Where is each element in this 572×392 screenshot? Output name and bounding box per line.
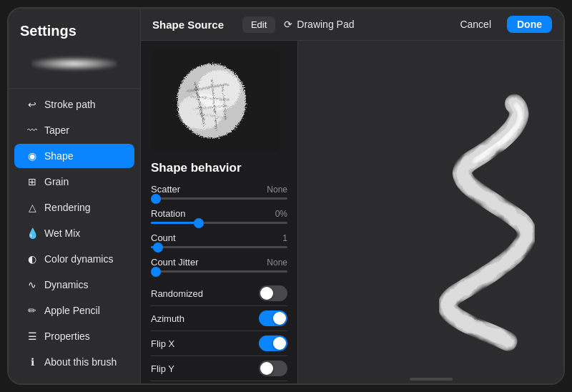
scatter-slider[interactable] xyxy=(151,197,287,200)
count-slider[interactable] xyxy=(151,246,287,248)
shape-texture xyxy=(165,58,265,144)
sidebar-title: Settings xyxy=(9,17,140,48)
azimuth-knob xyxy=(273,312,286,325)
section-title: Shape Source xyxy=(152,19,234,31)
scatter-header: Scatter None xyxy=(151,184,287,195)
count-thumb[interactable] xyxy=(153,242,163,253)
main-content: Shape Source Edit ⟳ Drawing Pad Cancel D… xyxy=(141,9,563,383)
flip-x-label: Flip X xyxy=(151,338,174,349)
edit-button[interactable]: Edit xyxy=(242,16,275,33)
sidebar-item-label: Rendering xyxy=(44,202,91,213)
brush-preview-stroke xyxy=(31,51,117,77)
scatter-thumb[interactable] xyxy=(151,194,161,204)
rotation-header: Rotation 0% xyxy=(151,208,287,219)
azimuth-toggle-row: Azimuth xyxy=(151,306,287,331)
count-jitter-label: Count Jitter xyxy=(151,257,198,268)
randomized-toggle[interactable] xyxy=(259,285,287,301)
sidebar-item-about[interactable]: ℹ About this brush xyxy=(14,350,134,374)
randomized-toggle-row: Randomized xyxy=(151,281,287,306)
properties-icon: ☰ xyxy=(26,330,39,343)
rotation-label: Rotation xyxy=(151,208,185,219)
rotation-fill xyxy=(151,222,199,224)
scatter-control: Scatter None xyxy=(151,184,287,200)
shape-icon: ◉ xyxy=(26,150,39,162)
taper-icon: 〰 xyxy=(26,124,39,137)
flip-y-toggle-row: Flip Y xyxy=(151,356,287,381)
count-jitter-slider[interactable] xyxy=(151,270,287,273)
rotation-slider[interactable] xyxy=(151,222,287,224)
count-jitter-value: None xyxy=(267,258,287,268)
count-control: Count 1 xyxy=(151,232,287,248)
sidebar-item-wet-mix[interactable]: 💧 Wet Mix xyxy=(14,221,134,245)
sidebar-item-label: Taper xyxy=(44,124,69,136)
azimuth-toggle[interactable] xyxy=(259,310,287,326)
sidebar-item-grain[interactable]: ⊞ Grain xyxy=(14,170,134,194)
drawing-pad-text: Drawing Pad xyxy=(297,19,354,30)
sidebar-item-taper[interactable]: 〰 Taper xyxy=(14,118,134,142)
drawing-pad-label: ⟳ Drawing Pad xyxy=(284,19,354,30)
sidebar-divider xyxy=(9,88,140,89)
shape-texture-svg xyxy=(165,58,265,144)
sidebar-item-label: Properties xyxy=(44,330,90,342)
sidebar-item-label: Grain xyxy=(44,176,69,187)
azimuth-label: Azimuth xyxy=(151,313,184,324)
behavior-section: Shape behavior Scatter None xyxy=(151,161,287,381)
flip-x-toggle[interactable] xyxy=(259,335,287,351)
flip-x-knob xyxy=(273,337,286,350)
sidebar: Settings ↩ Stroke path 〰 Taper ◉ Shape ⊞… xyxy=(9,9,141,383)
count-jitter-thumb[interactable] xyxy=(151,267,161,277)
flip-x-toggle-row: Flip X xyxy=(151,331,287,356)
count-value: 1 xyxy=(282,233,287,243)
drawing-pad-icon: ⟳ xyxy=(284,19,292,30)
randomized-knob xyxy=(260,287,273,300)
sidebar-item-dynamics[interactable]: ∿ Dynamics xyxy=(14,273,134,297)
cancel-button[interactable]: Cancel xyxy=(453,16,498,33)
left-panel: Shape behavior Scatter None xyxy=(141,41,298,383)
grain-icon: ⊞ xyxy=(26,175,39,188)
sidebar-item-label: Color dynamics xyxy=(44,253,113,265)
canvas-stroke-svg xyxy=(298,41,563,383)
sidebar-item-label: Stroke path xyxy=(44,99,96,110)
flip-y-label: Flip Y xyxy=(151,363,174,374)
sidebar-item-label: Apple Pencil xyxy=(44,305,100,316)
sidebar-item-shape[interactable]: ◉ Shape xyxy=(14,144,134,168)
sidebar-item-properties[interactable]: ☰ Properties xyxy=(14,324,134,348)
rendering-icon: △ xyxy=(26,201,39,214)
done-button[interactable]: Done xyxy=(507,16,552,33)
sidebar-item-rendering[interactable]: △ Rendering xyxy=(14,195,134,220)
sidebar-item-color-dynamics[interactable]: ◐ Color dynamics xyxy=(14,247,134,271)
sidebar-item-apple-pencil[interactable]: ✏ Apple Pencil xyxy=(14,298,134,323)
count-header: Count 1 xyxy=(151,232,287,243)
sidebar-item-label: About this brush xyxy=(44,356,117,368)
apple-pencil-icon: ✏ xyxy=(26,304,39,317)
brush-preview xyxy=(31,51,117,77)
sidebar-item-label: Dynamics xyxy=(44,279,88,290)
flip-y-knob xyxy=(260,362,273,375)
color-dynamics-icon: ◐ xyxy=(26,253,39,265)
shape-source-preview xyxy=(151,51,280,151)
behavior-title: Shape behavior xyxy=(151,161,287,175)
stroke-path-icon: ↩ xyxy=(26,98,39,111)
randomized-label: Randomized xyxy=(151,288,203,299)
scrollbar-horizontal[interactable] xyxy=(410,378,453,381)
canvas-area[interactable] xyxy=(298,41,563,383)
wet-mix-icon: 💧 xyxy=(26,227,39,240)
dynamics-icon: ∿ xyxy=(26,278,39,291)
ipad-frame: Settings ↩ Stroke path 〰 Taper ◉ Shape ⊞… xyxy=(7,7,565,385)
rotation-value: 0% xyxy=(275,209,287,219)
content-area: Shape behavior Scatter None xyxy=(141,41,563,383)
top-bar: Shape Source Edit ⟳ Drawing Pad Cancel D… xyxy=(141,9,563,41)
sidebar-item-label: Shape xyxy=(44,150,73,162)
count-jitter-control: Count Jitter None xyxy=(151,257,287,273)
count-jitter-header: Count Jitter None xyxy=(151,257,287,268)
scatter-value: None xyxy=(267,185,287,195)
rotation-control: Rotation 0% xyxy=(151,208,287,224)
rotation-thumb[interactable] xyxy=(194,218,204,228)
about-icon: ℹ xyxy=(26,356,39,368)
count-label: Count xyxy=(151,232,176,243)
flip-y-toggle[interactable] xyxy=(259,361,287,376)
sidebar-item-stroke-path[interactable]: ↩ Stroke path xyxy=(14,92,134,117)
sidebar-item-label: Wet Mix xyxy=(44,227,80,239)
